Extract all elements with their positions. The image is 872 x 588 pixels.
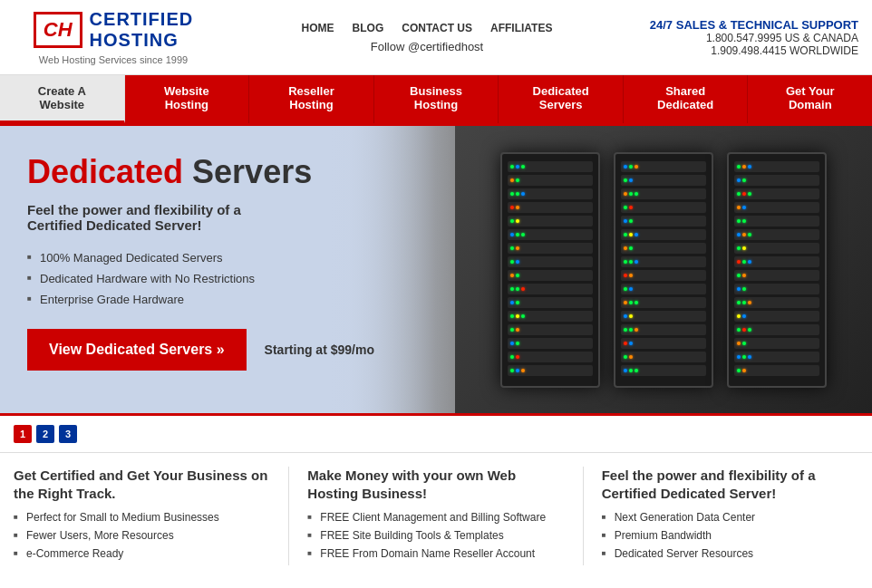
bottom-col-2: Make Money with your own Web Hosting Bus… [307, 467, 564, 565]
hero-feature-3: Enterprise Grade Hardware [27, 293, 444, 306]
tab-get-domain-label: Get YourDomain [786, 84, 835, 111]
logo-certified: CERTIFIED [90, 9, 194, 30]
logo-tagline: Web Hosting Services since 1999 [39, 54, 188, 65]
nav-blog[interactable]: BLOG [353, 22, 384, 34]
tab-website-hosting-label: WebsiteHosting [164, 84, 209, 111]
bottom-col-2-item-1: FREE Client Management and Billing Softw… [307, 511, 564, 524]
bottom-col-2-item-3: FREE From Domain Name Reseller Account [307, 547, 564, 560]
nav-center: HOME BLOG CONTACT US AFFILIATES Follow @… [213, 22, 641, 53]
tab-business-hosting[interactable]: BusinessHosting [374, 75, 499, 123]
bottom-col-1-list: Perfect for Small to Medium Businesses F… [14, 511, 270, 560]
bottom-col-3-item-2: Premium Bandwidth [602, 529, 858, 542]
nav-affiliates[interactable]: AFFILIATES [490, 22, 552, 34]
rack-2 [614, 152, 713, 388]
tab-create-website[interactable]: Create AWebsite [0, 75, 125, 123]
rack-3 [727, 152, 827, 388]
hero-feature-2: Dedicated Hardware with No Restrictions [27, 272, 444, 285]
logo-area: CH CERTIFIED HOSTING Web Hosting Service… [14, 9, 213, 65]
bottom-col-3-title: Feel the power and flexibility of a Cert… [602, 467, 858, 502]
bottom-col-3-item-1: Next Generation Data Center [602, 511, 858, 524]
server-rack [482, 134, 845, 406]
hero-content: Dedicated Servers Feel the power and fle… [0, 126, 471, 413]
tab-dedicated-servers-label: DedicatedServers [533, 84, 589, 111]
bottom-col-1: Get Certified and Get Your Business on t… [14, 467, 270, 565]
bottom-col-2-list: FREE Client Management and Billing Softw… [307, 511, 564, 560]
logo-hosting: HOSTING [90, 30, 194, 51]
hero-features: 100% Managed Dedicated Servers Dedicated… [27, 251, 444, 306]
tab-website-hosting[interactable]: WebsiteHosting [125, 75, 250, 123]
logo-icon: CH [34, 12, 82, 48]
logo-text: CERTIFIED HOSTING [90, 9, 194, 51]
hero-title: Dedicated Servers [27, 153, 444, 191]
view-dedicated-servers-button[interactable]: View Dedicated Servers » [27, 329, 247, 371]
tab-get-domain[interactable]: Get YourDomain [748, 75, 872, 123]
bottom-col-1-item-2: Fewer Users, More Resources [14, 529, 270, 542]
hero-title-red: Dedicated [27, 153, 183, 190]
tab-reseller-hosting-label: ResellerHosting [288, 84, 334, 111]
bottom-col-2-title: Make Money with your own Web Hosting Bus… [307, 467, 564, 502]
logo-box: CH CERTIFIED HOSTING [34, 9, 193, 51]
carousel-dot-3[interactable]: 3 [59, 425, 77, 443]
hero-subtitle: Feel the power and flexibility of a Cert… [27, 202, 299, 233]
tab-business-hosting-label: BusinessHosting [410, 84, 462, 111]
site-header: CH CERTIFIED HOSTING Web Hosting Service… [0, 0, 872, 75]
support-title: 24/7 SALES & TECHNICAL SUPPORT [641, 18, 858, 32]
bottom-col-3-item-3: Dedicated Server Resources [602, 547, 858, 560]
bottom-col-3-list: Next Generation Data Center Premium Band… [602, 511, 858, 560]
tab-create-website-label: Create AWebsite [38, 84, 86, 111]
col-divider-2 [583, 467, 584, 565]
nav-home[interactable]: HOME [302, 22, 334, 34]
main-nav: Create AWebsite WebsiteHosting ResellerH… [0, 75, 872, 126]
tab-shared-dedicated-label: SharedDedicated [657, 84, 713, 111]
hero-cta: View Dedicated Servers » Starting at $99… [27, 329, 444, 371]
top-nav: HOME BLOG CONTACT US AFFILIATES [302, 22, 553, 34]
nav-contact[interactable]: CONTACT US [402, 22, 472, 34]
support-phone-us: 1.800.547.9995 US & CANADA [641, 32, 858, 44]
bottom-col-2-item-2: FREE Site Building Tools & Templates [307, 529, 564, 542]
hero-title-dark: Servers [192, 153, 312, 190]
rack-1 [500, 152, 600, 388]
carousel-dot-2[interactable]: 2 [36, 425, 54, 443]
bottom-content: Get Certified and Get Your Business on t… [0, 452, 872, 579]
bottom-col-1-title: Get Certified and Get Your Business on t… [14, 467, 270, 502]
support-area: 24/7 SALES & TECHNICAL SUPPORT 1.800.547… [641, 18, 858, 57]
carousel-indicators: 1 2 3 [0, 416, 872, 452]
hero-feature-1: 100% Managed Dedicated Servers [27, 251, 444, 265]
social-link[interactable]: Follow @certifiedhost [371, 40, 483, 53]
bottom-col-1-item-3: e-Commerce Ready [14, 547, 270, 560]
col-divider-1 [288, 467, 289, 565]
support-phone-world: 1.909.498.4415 WORLDWIDE [641, 44, 858, 57]
tab-shared-dedicated[interactable]: SharedDedicated [624, 75, 749, 123]
hero-section: Dedicated Servers Feel the power and fle… [0, 126, 872, 416]
tab-reseller-hosting[interactable]: ResellerHosting [249, 75, 374, 123]
hero-server-image [455, 126, 872, 413]
tab-dedicated-servers[interactable]: DedicatedServers [499, 75, 624, 123]
carousel-dot-1[interactable]: 1 [14, 425, 32, 443]
starting-price: Starting at $99/mo [265, 342, 374, 357]
bottom-col-1-item-1: Perfect for Small to Medium Businesses [14, 511, 270, 524]
bottom-col-3: Feel the power and flexibility of a Cert… [602, 467, 858, 565]
